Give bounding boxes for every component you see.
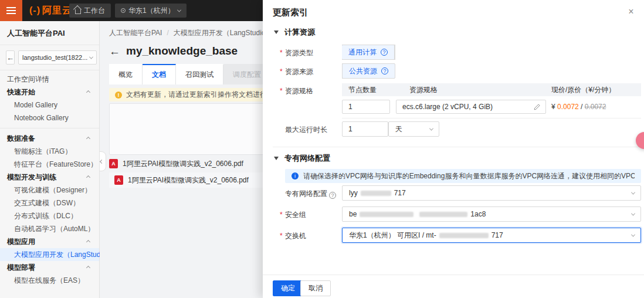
chevron-down-icon [631,191,635,195]
cancel-button[interactable]: 取消 [300,280,331,296]
sidebar-item-model-gallery[interactable]: Model Gallery [0,99,99,111]
redacted-text [419,212,467,217]
divider [263,275,644,275]
price-text: ¥ 0.0072 / 0.0072 [551,103,606,111]
region-selector[interactable]: 华东1（杭州） [115,4,187,18]
sidebar-group-model-dev[interactable]: 模型开发与训练 [0,171,99,184]
drawer-title: 更新索引 [273,7,308,18]
sidebar-item-eas[interactable]: 模型在线服务（EAS） [0,274,99,287]
vpc-label: 专有网络配置? [285,189,350,199]
question-circle-icon[interactable]: ? [329,192,336,199]
sidebar-title: 人工智能平台PAI [0,21,99,45]
divider [0,128,99,128]
chevron-up-icon [86,266,90,270]
sidebar-item-langstudio[interactable]: 大模型应用开发（LangStudio） [0,248,99,261]
max-duration-input[interactable]: 1 [342,121,388,137]
section-title: 专有网络配置 [284,153,330,164]
resource-source-label: 资源来源 [285,67,341,77]
file-name[interactable]: 1阿里云PAI模型微调实践_v2_0606.pdf [128,175,249,185]
sidebar-item-workspace-details[interactable]: 工作空间详情 [0,73,99,86]
divider [273,147,641,147]
spec-table-header: 节点数量 资源规格 现价/原价（¥/分钟） [342,83,641,96]
pai-console-page: (-)阿里云 工作台 华东1（杭州） 人工智能平台PAI ← langstudi… [0,0,644,298]
sidebar-group-quick-start[interactable]: 快速开始 [0,86,99,99]
sidebar-item-designer[interactable]: 可视化建模（Designer） [0,184,99,197]
chevron-down-icon [177,8,181,12]
section-compute-resources[interactable]: 计算资源 [274,27,315,38]
chevron-up-icon [86,137,90,141]
close-icon[interactable]: × [625,6,637,18]
chevron-up-icon [86,240,90,244]
alibaba-cloud-logo[interactable]: (-)阿里云 [29,5,72,17]
vpc-select[interactable]: lyy717 [342,185,641,201]
tab-overview[interactable]: 概览 [109,64,143,84]
sidebar-item-itag[interactable]: 智能标注（iTAG） [0,145,99,158]
sidebar-group-model-app[interactable]: 模型应用 [0,235,99,248]
sidebar-item-dlc[interactable]: 分布式训练（DLC） [0,209,99,222]
chevron-left-icon [100,159,104,163]
col-spec: 资源规格 [409,83,438,96]
tab-recall-test[interactable]: 召回测试 [176,64,223,84]
panel-collapse-handle[interactable] [100,151,106,171]
col-node-count: 节点数量 [348,83,377,96]
breadcrumb-pai[interactable]: 人工智能平台PAI [109,29,162,37]
workspace-back-button[interactable]: ← [6,50,15,65]
tab-documents[interactable]: 文档 [143,64,176,84]
info-icon: i [292,172,299,180]
sidebar-nav: 工作空间详情 快速开始 Model Gallery Notebook Galle… [0,70,99,287]
workbench-button[interactable]: 工作台 [69,4,111,18]
home-icon [75,9,81,14]
vswitch-select[interactable]: 华东1（杭州） 可用区I / mt-717 [342,228,641,243]
caret-down-icon [274,157,279,160]
workspace-switcher-row: ← langstudio_test(1822... [0,45,99,70]
pdf-icon: A [114,175,123,185]
sidebar-item-featurestore[interactable]: 特征平台（FeatureStore） [0,158,99,171]
redacted-text [439,233,489,238]
sidebar-item-notebook-gallery[interactable]: Notebook Gallery [0,111,99,124]
workspace-select[interactable]: langstudio_test(1822... [18,50,97,65]
chevron-down-icon [631,212,635,216]
resource-spec-label: 资源规格 [285,86,341,96]
logo-text: 阿里云 [42,5,72,15]
section-vpc-config[interactable]: 专有网络配置 [274,153,330,164]
question-circle-icon[interactable]: ? [381,67,388,74]
back-arrow-icon[interactable]: ← [109,46,120,57]
sidebar-item-automl[interactable]: 自动机器学习（AutoML） [0,222,99,235]
chevron-up-icon [86,175,90,180]
sidebar-group-model-deploy[interactable]: 模型部署 [0,261,99,274]
resource-type-options: 灵骏智算? 通用计算? [342,45,395,60]
question-circle-icon[interactable]: ? [381,49,388,56]
chevron-down-icon [631,233,635,237]
logo-mark-icon: (-) [29,5,40,15]
resource-source-options: 公共资源? 资源配额? [342,63,395,79]
confirm-button[interactable]: 确定 [273,280,303,296]
sidebar-group-data-prep[interactable]: 数据准备 [0,132,99,145]
spec-input[interactable]: ecs.c6.large (2 vCPU, 4 GiB) [396,100,546,114]
sidebar: 人工智能平台PAI ← langstudio_test(1822... 工作空间… [0,21,100,298]
workspace-name: langstudio_test(1822... [22,54,87,61]
page-title-row: ← my_knowledge_base [109,45,238,57]
redacted-text [361,191,391,196]
duration-unit-select[interactable]: 天 [388,121,439,137]
col-price: 现价/原价（¥/分钟） [551,83,615,96]
hamburger-menu-icon[interactable] [0,0,22,21]
warning-icon: ! [115,92,122,99]
workbench-label: 工作台 [84,6,105,16]
region-label: 华东1（杭州） [128,6,175,16]
node-count-input[interactable]: 1 [342,100,390,114]
security-group-select[interactable]: be1ac8 [342,206,641,222]
divider [342,118,641,118]
file-name[interactable]: 1阿里云PAI模型微调实践_v2_0606.pdf [123,159,243,169]
vswitch-label: 交换机 [285,231,341,241]
option-general-compute[interactable]: 通用计算? [342,45,395,60]
option-public-resource[interactable]: 公共资源? [342,63,395,79]
max-duration-label: 最大运行时长 [285,125,341,135]
redacted-text [360,212,413,217]
sidebar-item-dsw[interactable]: 交互式建模（DSW） [0,197,99,209]
chevron-down-icon [89,55,93,59]
section-title: 计算资源 [284,27,315,38]
breadcrumb-langstudio[interactable]: 大模型应用开发（LangStudio） [162,29,272,37]
page-title: my_knowledge_base [126,45,238,57]
edit-pencil-icon[interactable] [534,103,541,110]
security-group-label: 安全组 [285,210,341,220]
